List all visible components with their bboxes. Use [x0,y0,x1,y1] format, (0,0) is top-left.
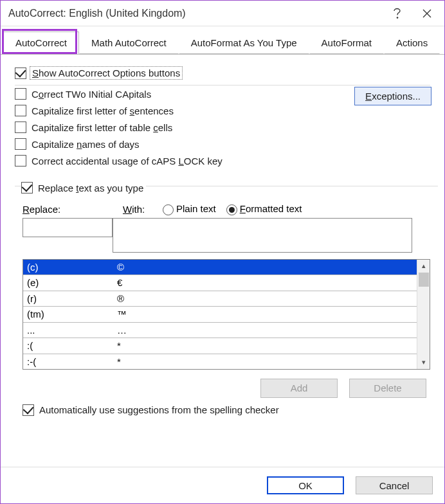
cell-value: … [113,325,417,336]
checkbox-icon [15,122,26,133]
cell-key: (e) [23,277,113,288]
checkbox-icon [15,68,26,79]
checkbox-icon [15,155,26,166]
checkbox-icon [23,404,34,416]
table-row[interactable]: :-(* [23,354,417,369]
cell-key: :( [23,340,113,351]
dialog-footer: OK Cancel [1,467,444,503]
checkbox-icon [15,88,26,100]
tab-autoformat-as-you-type[interactable]: AutoFormat As You Type [179,32,309,54]
titlebar: AutoCorrect: English (United Kingdom) [1,1,444,26]
cell-key: (tm) [23,309,113,320]
cell-value: © [113,262,417,273]
svg-point-0 [397,17,398,18]
scrollbar[interactable]: ▴ ▾ [417,260,430,369]
exceptions-button[interactable]: EExceptions...xceptions... [354,87,431,105]
ok-button[interactable]: OK [267,476,344,494]
scroll-thumb[interactable] [419,273,429,287]
replace-input[interactable] [23,218,113,237]
show-autocorrect-options[interactable]: Show AutoCorrect Options buttons [15,66,438,80]
window-title: AutoCorrect: English (United Kingdom) [8,8,383,19]
formatted-text-radio[interactable]: Formatted text [226,203,302,215]
tab-autocorrect[interactable]: AutoCorrect [3,32,79,55]
cell-key: (r) [23,293,113,304]
cell-value: * [113,340,417,351]
tab-actions[interactable]: Actions [384,32,440,54]
cell-value: ™ [113,309,417,320]
table-row[interactable]: (r)® [23,291,417,307]
cancel-button[interactable]: Cancel [356,476,433,494]
tab-math-autocorrect[interactable]: Math AutoCorrect [79,32,179,54]
table-row[interactable]: (e)€ [23,275,417,291]
help-button[interactable] [383,1,412,26]
capitalize-names-of-days[interactable]: Capitalize names of days [15,138,438,150]
table-row[interactable]: :(* [23,338,417,354]
replace-group: Replace text as you type Replace: With: … [15,186,438,416]
scroll-down-icon[interactable]: ▾ [417,356,430,369]
checkbox-icon [21,182,33,194]
plain-text-radio[interactable]: Plain text [163,203,216,215]
capitalize-first-letter-sentences[interactable]: Capitalize first letter of sentences [15,105,438,116]
cell-value: * [113,356,417,367]
with-input[interactable] [113,218,412,253]
cell-value: € [113,277,417,288]
cell-value: ® [113,293,417,304]
cell-key: :-( [23,356,113,367]
checkbox-icon [15,138,26,150]
tab-autoformat[interactable]: AutoFormat [309,32,384,54]
correct-caps-lock[interactable]: Correct accidental usage of cAPS LOCK ke… [15,155,438,166]
close-button[interactable] [412,1,442,26]
tab-bar: AutoCorrect Math AutoCorrect AutoFormat … [3,32,442,54]
cell-key: (c) [23,262,113,273]
replace-with-labels: Replace: With: Plain text Formatted text [23,203,438,215]
replacement-table: (c)©(e)€(r)®(tm)™...…:(*:-(* ▴ ▾ [23,259,430,370]
autocorrect-dialog: AutoCorrect: English (United Kingdom) Au… [0,0,445,504]
add-button[interactable]: Add [260,379,338,398]
table-row[interactable]: (c)© [23,260,417,276]
tab-content: Show AutoCorrect Options buttons Correct… [1,54,444,467]
delete-button[interactable]: Delete [349,379,426,398]
table-row[interactable]: ...… [23,323,417,339]
replace-text-as-you-type[interactable]: Replace text as you type [21,182,146,194]
scroll-up-icon[interactable]: ▴ [417,260,430,273]
table-row[interactable]: (tm)™ [23,307,417,323]
capitalize-first-letter-cells[interactable]: Capitalize first letter of table cells [15,122,438,133]
checkbox-icon [15,105,26,116]
cell-key: ... [23,325,113,336]
auto-suggest-spelling[interactable]: Automatically use suggestions from the s… [23,404,438,416]
